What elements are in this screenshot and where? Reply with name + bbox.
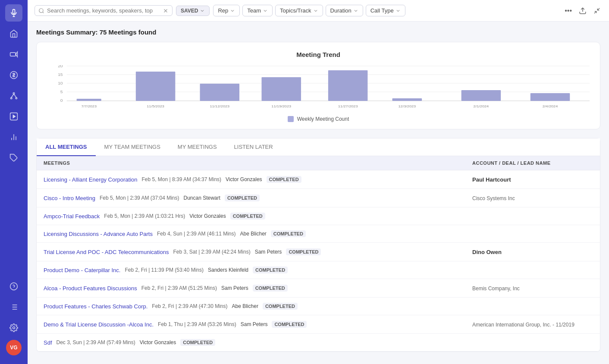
meeting-meta-8: Feb 1, Thu | 2:39 AM (53:26 Mins): [158, 321, 236, 327]
meeting-title-9[interactable]: Sdf: [44, 339, 52, 346]
svg-text:12/3/2023: 12/3/2023: [399, 104, 416, 108]
filter-topics[interactable]: Topics/Track: [275, 5, 323, 16]
meeting-meta-6: Feb 2, Fri | 2:39 AM (51:25 Mins): [141, 285, 217, 291]
collapse-button[interactable]: [592, 6, 602, 16]
svg-text:2/4/2024: 2/4/2024: [543, 104, 558, 108]
meeting-title-3[interactable]: Licensing Discussions - Advance Auto Par…: [44, 231, 153, 237]
meeting-left-3: Licensing Discussions - Advance Auto Par…: [44, 230, 472, 237]
legend-label: Weekly Meeting Count: [297, 116, 349, 122]
table-row: Trial License And POC - ADC Telecommunic…: [37, 243, 600, 261]
svg-line-8: [11, 94, 14, 97]
sidebar-icon-video[interactable]: [5, 46, 22, 63]
table-row: Product Features - Charles Schwab Corp. …: [37, 298, 600, 315]
meeting-title-6[interactable]: Alcoa - Product Features Discussions: [44, 285, 137, 292]
content-area: Meetings Summary: 75 Meetings found Meet…: [28, 22, 609, 364]
account-cell-8: American International Group, Inc. - 11/…: [472, 320, 593, 328]
status-badge-7: COMPLETED: [263, 303, 298, 310]
svg-rect-46: [328, 70, 367, 101]
account-sub-6: Bemis Company, Inc: [472, 286, 520, 292]
meeting-title-4[interactable]: Trial License And POC - ADC Telecommunic…: [44, 249, 169, 255]
meeting-meta-0: Feb 5, Mon | 8:39 AM (34:37 Mins): [142, 176, 222, 182]
meeting-left-1: Cisco - Intro Meeting Feb 5, Mon | 2:39 …: [44, 195, 472, 201]
sidebar-icon-play[interactable]: [5, 108, 22, 125]
search-icon: [38, 8, 44, 14]
status-badge-8: COMPLETED: [272, 321, 307, 328]
sidebar-icon-network[interactable]: [5, 87, 22, 104]
filter-calltype[interactable]: Call Type: [366, 5, 405, 16]
meeting-title-7[interactable]: Product Features - Charles Schwab Corp.: [44, 303, 148, 310]
svg-rect-44: [200, 84, 239, 101]
svg-line-29: [594, 11, 596, 13]
chart-title: Meeting Trend: [47, 51, 590, 58]
chevron-down-icon: [200, 8, 205, 13]
user-avatar[interactable]: VG: [6, 340, 22, 355]
svg-point-24: [39, 8, 43, 12]
svg-rect-43: [136, 72, 175, 101]
col-account: ACCOUNT / DEAL / LEAD NAME: [472, 160, 593, 166]
topbar-actions: •••: [563, 5, 602, 16]
svg-rect-48: [461, 90, 501, 101]
legend-box: [288, 116, 294, 122]
meeting-title-5[interactable]: Product Demo - Caterpillar Inc.: [44, 267, 120, 273]
account-cell-0: Paul Hartcourt: [472, 176, 593, 183]
sidebar-icon-list[interactable]: [5, 298, 22, 316]
chart-card: Meeting Trend 20 15 10 5 0: [36, 42, 600, 129]
tab-my-team-meetings[interactable]: MY TEAM MEETINGS: [96, 138, 169, 156]
clear-icon[interactable]: [163, 8, 169, 14]
svg-point-23: [13, 327, 15, 329]
meeting-left-8: Demo & Trial License Discussion -Alcoa I…: [44, 321, 472, 328]
svg-text:11/5/2023: 11/5/2023: [147, 104, 164, 108]
tab-listen-later[interactable]: LISTEN LATER: [226, 138, 282, 156]
search-container[interactable]: [35, 5, 173, 16]
meeting-title-0[interactable]: Licensing - Alliant Energy Corporation: [44, 176, 138, 183]
tabs: ALL MEETINGSMY TEAM MEETINGSMY MEETINGSL…: [37, 138, 600, 156]
svg-line-25: [43, 12, 44, 13]
status-badge-6: COMPLETED: [253, 285, 288, 292]
account-sub-1: Cisco Systems Inc: [472, 195, 515, 201]
svg-text:11/12/2023: 11/12/2023: [210, 104, 229, 108]
sidebar-icon-dollar[interactable]: [5, 66, 22, 84]
meeting-rep-0: Victor Gonzales: [226, 176, 262, 182]
svg-rect-49: [531, 93, 570, 101]
chart-svg: 20 15 10 5 0 7/7/2: [47, 65, 590, 113]
table-row: Licensing Discussions - Advance Auto Par…: [37, 225, 600, 243]
svg-rect-47: [392, 98, 422, 101]
table-row: Demo & Trial License Discussion -Alcoa I…: [37, 315, 600, 334]
sidebar-icon-settings[interactable]: [5, 319, 22, 336]
svg-rect-42: [77, 99, 101, 101]
filter-rep[interactable]: Rep: [213, 5, 240, 16]
meeting-rep-8: Sam Peters: [241, 321, 268, 327]
meetings-table: MEETINGS ACCOUNT / DEAL / LEAD NAME Lice…: [36, 156, 600, 352]
sidebar-icon-mic[interactable]: [5, 4, 22, 22]
svg-rect-0: [13, 9, 15, 14]
meeting-title-2[interactable]: Ampco-Trial Feedback: [44, 213, 100, 220]
status-badge-3: COMPLETED: [271, 230, 306, 237]
saved-filter-badge[interactable]: SAVED: [176, 6, 210, 16]
sidebar-icon-help[interactable]: [5, 278, 22, 295]
chart-area: 20 15 10 5 0 7/7/2: [47, 65, 590, 113]
export-button[interactable]: [577, 5, 588, 16]
svg-marker-2: [16, 52, 17, 57]
account-name-0: Paul Hartcourt: [472, 176, 511, 183]
tab-all-meetings[interactable]: ALL MEETINGS: [37, 138, 96, 156]
svg-marker-11: [13, 115, 15, 118]
filter-duration[interactable]: Duration: [326, 5, 363, 16]
sidebar-icon-tag[interactable]: [5, 149, 22, 166]
sidebar-icon-home[interactable]: [5, 25, 22, 42]
search-input[interactable]: [47, 7, 160, 14]
sidebar-icon-chart[interactable]: [5, 129, 22, 146]
col-meetings: MEETINGS: [44, 160, 472, 166]
meeting-rep-9: Victor Gonzales: [140, 339, 176, 345]
filter-team[interactable]: Team: [242, 5, 273, 16]
meeting-title-1[interactable]: Cisco - Intro Meeting: [44, 195, 95, 201]
meeting-title-8[interactable]: Demo & Trial License Discussion -Alcoa I…: [44, 321, 154, 328]
status-badge-4: COMPLETED: [286, 248, 321, 255]
tab-my-meetings[interactable]: MY MEETINGS: [169, 138, 226, 156]
meeting-left-0: Licensing - Alliant Energy Corporation F…: [44, 176, 472, 183]
svg-rect-45: [261, 77, 301, 101]
svg-text:15: 15: [58, 72, 63, 77]
main-content: SAVED RepTeamTopics/TrackDurationCall Ty…: [28, 0, 609, 364]
more-options-button[interactable]: •••: [563, 5, 574, 16]
meeting-rep-1: Duncan Stewart: [183, 195, 220, 201]
svg-text:7/7/2023: 7/7/2023: [81, 104, 97, 108]
